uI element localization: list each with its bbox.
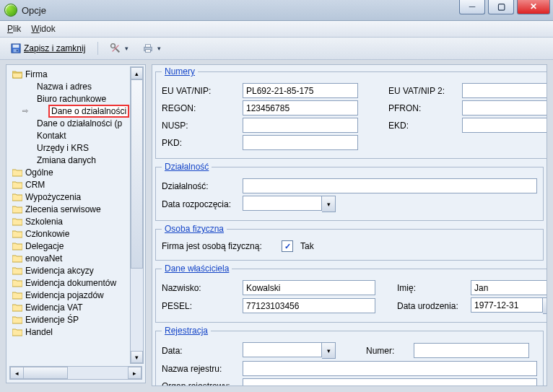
folder-icon <box>12 279 22 287</box>
input-data-rozpoczecia[interactable] <box>243 196 322 211</box>
input-eu-vat-nip[interactable] <box>243 83 358 98</box>
window-buttons: ─ ▢ ✕ <box>456 0 550 14</box>
save-and-close-button[interactable]: Zapisz i zamknij <box>6 42 90 55</box>
input-data-urodzenia[interactable] <box>471 297 543 313</box>
tree-node-folder[interactable]: enovaNet <box>8 252 144 264</box>
menu-view[interactable]: Widok <box>31 24 55 34</box>
tree-node-firma[interactable]: Firma <box>8 68 144 80</box>
close-button[interactable]: ✕ <box>517 0 550 14</box>
input-numer[interactable] <box>414 343 529 358</box>
tree-node-folder[interactable]: Członkowie <box>8 227 144 240</box>
label-organ-rejestrowy: Organ rejestrowy: <box>162 381 238 387</box>
tree-node[interactable]: Urzędy i KRS <box>8 141 144 154</box>
label-data-urodzenia: Data urodzenia: <box>397 301 466 311</box>
tree-node-folder[interactable]: Ewidencja pojazdów <box>8 289 144 301</box>
input-pesel[interactable] <box>243 298 375 313</box>
tree-node-label: Członkowie <box>25 229 69 239</box>
save-and-close-label: Zapisz i zamknij <box>24 43 85 53</box>
tree-horizontal-scrollbar[interactable]: ◂ ▸ <box>9 366 142 380</box>
input-nusp[interactable] <box>243 118 358 133</box>
tree-node-folder[interactable]: Delegacje <box>8 240 144 252</box>
tree-node-folder[interactable]: Ewidencja dokumentów <box>8 276 144 289</box>
tree-node-folder[interactable]: Handel <box>8 326 144 338</box>
label-numer: Numer: <box>366 346 409 356</box>
input-pfron[interactable] <box>462 100 547 116</box>
minimize-button[interactable]: ─ <box>459 0 485 14</box>
scroll-right-button[interactable]: ▸ <box>128 367 141 379</box>
scroll-thumb[interactable] <box>131 79 143 269</box>
toolbar-separator <box>97 42 98 55</box>
checkbox-firma-osoba[interactable]: ✓ <box>282 240 293 252</box>
scroll-thumb[interactable] <box>23 367 68 379</box>
combo-data-rejestracji[interactable]: ▾ <box>243 342 336 359</box>
folder-icon <box>12 303 22 312</box>
label-data-rozpoczecia: Data rozpoczęcia: <box>162 199 238 209</box>
tree-node-label: Ewidencje ŚP <box>25 315 79 325</box>
tree-node-label: Ewidencja VAT <box>25 302 83 313</box>
combo-data-rozpoczecia[interactable]: ▾ <box>243 196 336 212</box>
svg-rect-3 <box>17 50 18 52</box>
tree-node-folder[interactable]: Wypożyczenia <box>8 191 144 203</box>
group-legend: Dane właściciela <box>162 263 232 274</box>
menu-file[interactable]: Plik <box>7 24 21 34</box>
tree-node-folder[interactable]: Ewidencja akcyzy <box>8 264 144 276</box>
group-rejestracja: Rejestracja Data: ▾ Numer: Nazwa rejestr… <box>155 326 544 386</box>
label-pkd: PKD: <box>162 138 238 148</box>
folder-icon <box>12 193 22 201</box>
input-data-rejestracji[interactable] <box>243 342 322 357</box>
chevron-down-icon: ▾ <box>125 45 129 52</box>
navigation-tree[interactable]: Firma Nazwa i adres Biuro rachunkowe ⇨ D… <box>6 65 145 368</box>
client-area: Firma Nazwa i adres Biuro rachunkowe ⇨ D… <box>0 60 553 392</box>
input-pkd[interactable] <box>243 135 358 150</box>
tree-node[interactable]: Zmiana danych <box>8 154 144 166</box>
folder-icon <box>12 180 22 189</box>
tree-node-label: Ewidencja pojazdów <box>25 290 104 300</box>
tree-node[interactable]: Biuro rachunkowe <box>8 92 144 105</box>
titlebar: Opcje ─ ▢ ✕ <box>0 0 553 21</box>
tree-node-label: Firma <box>25 69 48 79</box>
input-eu-vat-nip2[interactable] <box>462 83 547 98</box>
scroll-up-button[interactable]: ▴ <box>131 67 143 79</box>
chevron-down-icon[interactable]: ▾ <box>322 196 336 212</box>
input-nazwisko[interactable] <box>243 280 375 295</box>
tree-node-folder[interactable]: Zlecenia serwisowe <box>8 203 144 215</box>
folder-icon <box>12 242 22 251</box>
tree-node-folder[interactable]: CRM <box>8 178 144 191</box>
tree-node-folder[interactable]: Szkolenia <box>8 215 144 227</box>
tools-button[interactable]: ▾ <box>105 42 134 55</box>
tree-node-selected[interactable]: Dane o działalności <box>48 105 129 118</box>
input-ekd[interactable] <box>462 118 547 133</box>
label-nazwisko: Nazwisko: <box>162 283 238 293</box>
label-eu-vat-nip: EU VAT/NIP: <box>162 86 238 96</box>
label-dzialalnosc: Działalność: <box>162 181 238 191</box>
print-button[interactable]: ▾ <box>138 42 166 55</box>
tree-node-label: Szkolenia <box>25 217 63 227</box>
window-title: Opcje <box>22 5 46 16</box>
combo-data-urodzenia[interactable]: ▾ <box>471 297 547 314</box>
input-dzialalnosc[interactable] <box>243 178 537 193</box>
tree-node-folder[interactable]: Ogólne <box>8 166 144 178</box>
tree-node[interactable]: Dane o działalności (p <box>8 117 144 129</box>
tree-node-selected-wrapper: ⇨ Dane o działalności <box>8 105 144 117</box>
tree-node-label: Kontakt <box>37 131 66 141</box>
tree-node-folder[interactable]: Ewidencje ŚP <box>8 313 144 326</box>
input-nazwa-rejestru[interactable] <box>243 361 537 376</box>
tree-vertical-scrollbar[interactable]: ▴ ▾ <box>130 66 144 364</box>
chevron-down-icon[interactable]: ▾ <box>543 297 547 314</box>
pointer-icon: ⇨ <box>22 107 30 115</box>
tree-node[interactable]: Nazwa i adres <box>8 80 144 92</box>
folder-icon <box>12 217 22 226</box>
tree-node-label: Dane o działalności (p <box>37 118 122 129</box>
folder-icon <box>12 254 22 263</box>
chevron-down-icon[interactable]: ▾ <box>322 342 336 359</box>
maximize-button[interactable]: ▢ <box>488 0 514 14</box>
tree-node-label: Ewidencja dokumentów <box>25 278 116 288</box>
tree-node[interactable]: Kontakt <box>8 129 144 141</box>
folder-icon <box>12 328 22 336</box>
scroll-left-button[interactable]: ◂ <box>10 367 24 379</box>
input-regon[interactable] <box>243 100 358 116</box>
tree-node-folder[interactable]: Ewidencja VAT <box>8 301 144 313</box>
scroll-down-button[interactable]: ▾ <box>131 351 143 363</box>
input-imie[interactable] <box>471 280 547 295</box>
input-organ-rejestrowy[interactable] <box>243 378 537 386</box>
